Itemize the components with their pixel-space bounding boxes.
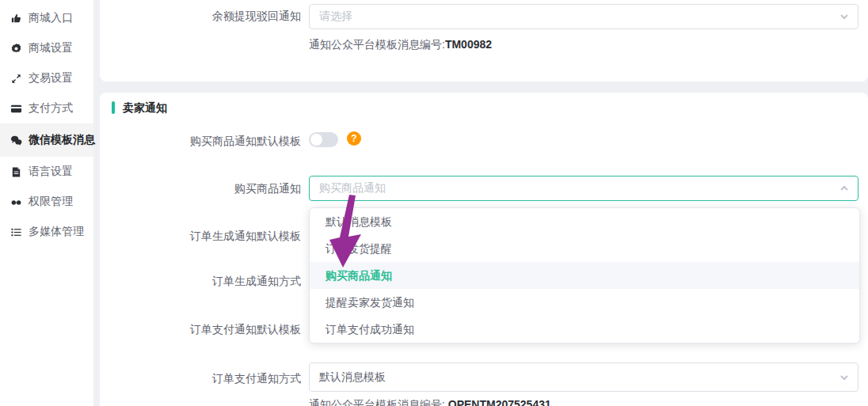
sidebar-item-payment-methods[interactable]: 支付方式 [0,93,93,123]
dropdown-option-order-shipped[interactable]: 订单发货提醒 [310,235,859,262]
sidebar-item-label: 支付方式 [29,101,73,116]
order-pay-method-label: 订单支付通知方式 [103,372,301,386]
order-create-default-template-label: 订单生成通知默认模板 [103,230,301,244]
sidebar-item-wechat-template-messages[interactable]: 微信模板消息 [0,123,93,157]
sidebar-menu: 商城入口 商城设置 交易设置 支付方式 微信模板消息 [0,0,93,247]
balance-withdraw-reject-label: 余额提现驳回通知 [103,9,301,24]
chevron-down-icon [839,373,849,382]
buy-notice-default-template-label: 购买商品通知默认模板 [103,135,301,149]
language-doc-icon [10,166,22,178]
sidebar-item-label: 多媒体管理 [29,225,84,239]
credit-card-icon [10,103,22,115]
balance-withdraw-reject-select[interactable]: 请选择 [309,4,858,29]
storefront-entry-icon [10,13,22,25]
order-create-method-label: 订单生成通知方式 [103,275,301,289]
chevron-down-icon [839,12,849,21]
select-placeholder: 请选择 [319,9,352,24]
exchange-arrows-icon [10,73,22,85]
dropdown-option-buy-notice-selected[interactable]: 购买商品通知 [310,262,859,289]
sidebar-item-label: 语言设置 [29,165,73,179]
order-pay-method-select[interactable]: 默认消息模板 [309,362,858,392]
toggle-knob [310,134,322,146]
dropdown-option-default-template[interactable]: 默认消息模板 [310,208,859,235]
permissions-icon [10,196,22,208]
sidebar-item-mall-settings[interactable]: 商城设置 [0,33,93,63]
sidebar-item-language-settings[interactable]: 语言设置 [0,157,93,187]
dropdown-options: 默认消息模板 订单发货提醒 购买商品通知 提醒卖家发货通知 订单支付成功通知 [310,208,859,343]
help-question-icon[interactable]: ? [347,131,361,146]
template-code: OPENTM207525431 [448,398,551,406]
dropdown-option-remind-seller-ship[interactable]: 提醒卖家发货通知 [310,289,859,316]
section-accent-bar [112,101,115,114]
balance-template-code-hint: 通知公众平台模板消息编号:TM00982 [309,38,492,52]
order-pay-default-template-label: 订单支付通知默认模板 [103,323,301,337]
buy-notice-dropdown: 默认消息模板 订单发货提醒 购买商品通知 提醒卖家发货通知 订单支付成功通知 [309,207,860,343]
chevron-up-icon [839,184,849,193]
sidebar-item-mall-entry[interactable]: 商城入口 [0,3,93,33]
media-list-icon [10,226,22,238]
seller-notice-section-title: 卖家通知 [123,101,167,116]
sidebar-item-permissions[interactable]: 权限管理 [0,187,93,217]
sidebar-item-label: 权限管理 [29,195,73,209]
sidebar-item-multimedia[interactable]: 多媒体管理 [0,217,93,247]
template-code: TM00982 [445,38,492,51]
sidebar-item-label: 微信模板消息 [29,133,95,147]
select-value: 默认消息模板 [319,370,386,385]
sidebar-item-label: 商城入口 [29,11,73,25]
sidebar-item-trade-settings[interactable]: 交易设置 [0,63,93,93]
gear-icon [10,43,22,55]
buy-notice-default-template-toggle[interactable] [309,132,338,147]
buy-notice-label: 购买商品通知 [103,182,301,196]
sidebar: 商城入口 商城设置 交易设置 支付方式 微信模板消息 [0,0,93,406]
sidebar-item-label: 商城设置 [29,41,73,55]
select-value: 购买商品通知 [319,181,386,195]
sidebar-item-label: 交易设置 [29,71,73,85]
order-pay-template-code-hint: 通知公众平台模板消息编号: OPENTM207525431 [309,398,551,406]
dropdown-option-order-pay-success[interactable]: 订单支付成功通知 [310,316,859,343]
buy-notice-select[interactable]: 购买商品通知 [309,176,858,201]
chat-bubbles-icon [10,135,22,146]
